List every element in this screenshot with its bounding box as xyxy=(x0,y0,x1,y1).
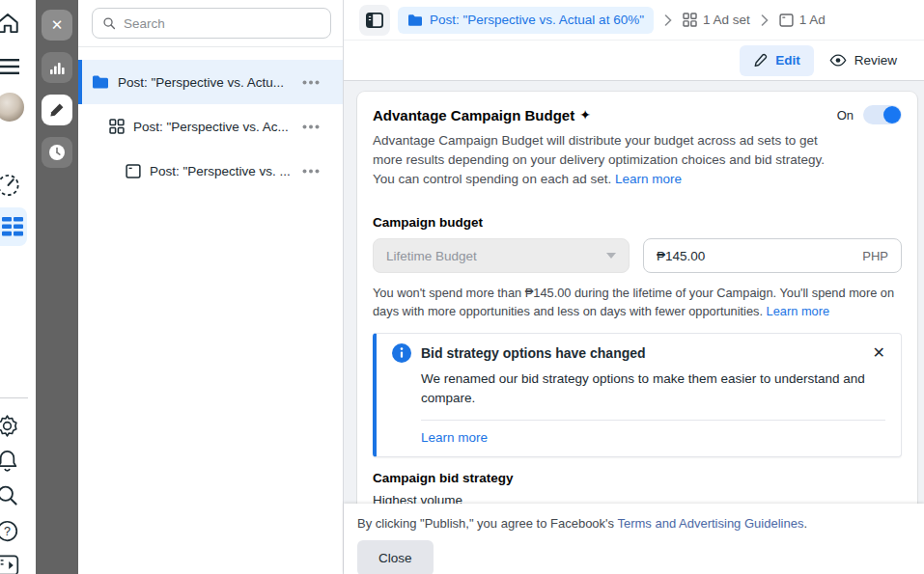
more-options-button[interactable] xyxy=(300,123,322,131)
notice-header: Bid strategy options have changed ✕ xyxy=(392,343,885,363)
tree-list: Post: "Perspective vs. Actu... Post: "Pe… xyxy=(78,60,343,193)
campaign-budget-label: Campaign budget xyxy=(373,215,902,230)
budget-type-select-disabled[interactable]: Lifetime Budget xyxy=(373,238,630,273)
editor-tool-rail: ✕ xyxy=(36,0,78,574)
budget-amount-field[interactable]: PHP xyxy=(643,238,902,273)
advantage-budget-header: Advantage Campaign Budget ✦ On xyxy=(373,105,902,124)
more-options-button[interactable] xyxy=(300,78,322,87)
bid-strategy-notice: Bid strategy options have changed ✕ We r… xyxy=(373,333,902,457)
info-icon xyxy=(392,343,411,363)
breadcrumb-campaign-label: Post: "Perspective vs. Actual at 60%" xyxy=(430,13,644,27)
breadcrumb-adset[interactable]: 1 Ad set xyxy=(683,13,750,27)
tree-search-wrap xyxy=(78,0,343,47)
agreement-text: By clicking "Publish," you agree to Face… xyxy=(357,516,910,531)
chevron-right-icon xyxy=(664,14,672,26)
main-header: Post: "Perspective vs. Actual at 60%" 1 … xyxy=(344,0,924,81)
advantage-budget-title: Advantage Campaign Budget xyxy=(373,107,574,123)
tree-search-box[interactable] xyxy=(92,8,331,39)
campaign-tree-panel: Post: "Perspective vs. Actu... Post: "Pe… xyxy=(78,0,344,574)
notifications-bell-icon[interactable] xyxy=(0,449,19,473)
close-button[interactable]: Close xyxy=(357,540,434,574)
search-icon[interactable] xyxy=(0,483,19,507)
meter-icon[interactable] xyxy=(0,173,21,198)
history-clock-button[interactable] xyxy=(42,137,72,168)
campaign-folder-icon xyxy=(407,14,423,27)
close-editor-button[interactable]: ✕ xyxy=(42,10,72,41)
advantage-budget-description: Advantage Campaign Budget will distribut… xyxy=(373,131,850,189)
toggle-knob xyxy=(883,106,901,123)
edit-button-label: Edit xyxy=(775,53,800,68)
tree-item-adset[interactable]: Post: "Perspective vs. Ac... xyxy=(78,104,343,149)
currency-label: PHP xyxy=(862,249,888,263)
breadcrumb-campaign[interactable]: Post: "Perspective vs. Actual at 60%" xyxy=(398,7,654,34)
learn-more-link[interactable]: Learn more xyxy=(767,304,829,318)
advantage-plus-icon: ✦ xyxy=(579,107,591,123)
campaign-folder-icon xyxy=(92,74,109,90)
review-button[interactable]: Review xyxy=(829,53,897,68)
notice-title: Bid strategy options have changed xyxy=(421,345,863,361)
campaign-bid-strategy-label: Campaign bid strategy xyxy=(373,471,902,485)
publish-footer: By clicking "Publish," you agree to Face… xyxy=(344,504,924,574)
breadcrumb-ad-label: 1 Ad xyxy=(799,13,826,27)
breadcrumb-adset-label: 1 Ad set xyxy=(703,13,750,27)
learn-more-link[interactable]: Learn more xyxy=(615,172,682,186)
edit-button[interactable]: Edit xyxy=(740,45,814,76)
chevron-right-icon xyxy=(761,14,769,26)
description-text: Advantage Campaign Budget will distribut… xyxy=(373,133,825,186)
ad-frame-icon xyxy=(779,14,794,27)
notice-body: We renamed our bid strategy options to m… xyxy=(421,369,875,408)
campaign-edit-body: Advantage Campaign Budget ✦ On Advantage… xyxy=(344,81,924,504)
settings-gear-icon[interactable] xyxy=(0,414,19,438)
adset-grid-icon xyxy=(109,119,125,134)
terms-link[interactable]: Terms and Advertising Guidelines xyxy=(617,516,803,531)
collapse-sidebar-icon[interactable] xyxy=(0,554,19,574)
rail-divider xyxy=(0,397,28,398)
campaign-budget-controls: Lifetime Budget PHP xyxy=(373,238,902,273)
performance-chart-button[interactable] xyxy=(42,52,72,83)
tree-item-label: Post: "Perspective vs. Ac... xyxy=(133,120,300,134)
adset-grid-icon xyxy=(683,13,697,27)
ads-table-nav-active[interactable] xyxy=(0,207,27,246)
tree-item-label: Post: "Perspective vs. ... xyxy=(150,164,300,178)
toggle-state-label: On xyxy=(837,108,854,123)
edit-tool-button-active[interactable] xyxy=(42,95,72,125)
svg-text:?: ? xyxy=(4,525,11,538)
tree-item-ad[interactable]: Post: "Perspective vs. ... xyxy=(78,149,343,193)
search-input[interactable] xyxy=(124,16,321,31)
table-icon xyxy=(0,217,23,236)
home-icon[interactable] xyxy=(0,12,20,35)
bar-chart-icon xyxy=(49,60,65,75)
eye-icon xyxy=(829,54,847,67)
collapse-tree-button[interactable] xyxy=(359,5,390,36)
facebook-nav-rail: ? xyxy=(0,0,36,574)
pencil-icon xyxy=(49,102,65,118)
campaign-bid-strategy-value: Highest volume xyxy=(373,493,902,504)
budget-amount-input[interactable] xyxy=(657,249,862,263)
profile-avatar[interactable] xyxy=(0,93,24,122)
ad-frame-icon xyxy=(126,164,141,178)
help-icon[interactable]: ? xyxy=(0,519,19,543)
tree-item-campaign[interactable]: Post: "Perspective vs. Actu... xyxy=(78,60,343,104)
campaign-settings-card: Advantage Campaign Budget ✦ On Advantage… xyxy=(357,92,917,504)
breadcrumb: Post: "Perspective vs. Actual at 60%" 1 … xyxy=(344,0,924,41)
header-actions: Edit Review xyxy=(344,41,924,80)
agreement-prefix: By clicking "Publish," you agree to Face… xyxy=(357,516,617,531)
search-icon xyxy=(102,16,116,30)
notice-close-button[interactable]: ✕ xyxy=(873,345,885,361)
budget-type-value: Lifetime Budget xyxy=(386,249,477,263)
more-options-button[interactable] xyxy=(300,167,322,176)
main-area: Post: "Perspective vs. Actual at 60%" 1 … xyxy=(344,0,924,574)
notice-divider xyxy=(421,420,885,421)
agreement-suffix: . xyxy=(803,516,807,531)
chevron-down-icon xyxy=(606,253,616,259)
budget-helper-text: You won't spend more than ₱145.00 during… xyxy=(373,284,902,320)
tree-item-label: Post: "Perspective vs. Actu... xyxy=(118,75,300,90)
breadcrumb-ad[interactable]: 1 Ad xyxy=(779,13,826,27)
notice-learn-more-link[interactable]: Learn more xyxy=(421,430,488,445)
clock-icon xyxy=(48,144,66,161)
advantage-budget-toggle[interactable] xyxy=(863,105,902,124)
pencil-icon xyxy=(753,53,768,68)
review-button-label: Review xyxy=(854,53,897,68)
panel-collapse-icon xyxy=(365,12,384,29)
menu-icon[interactable] xyxy=(0,57,20,76)
